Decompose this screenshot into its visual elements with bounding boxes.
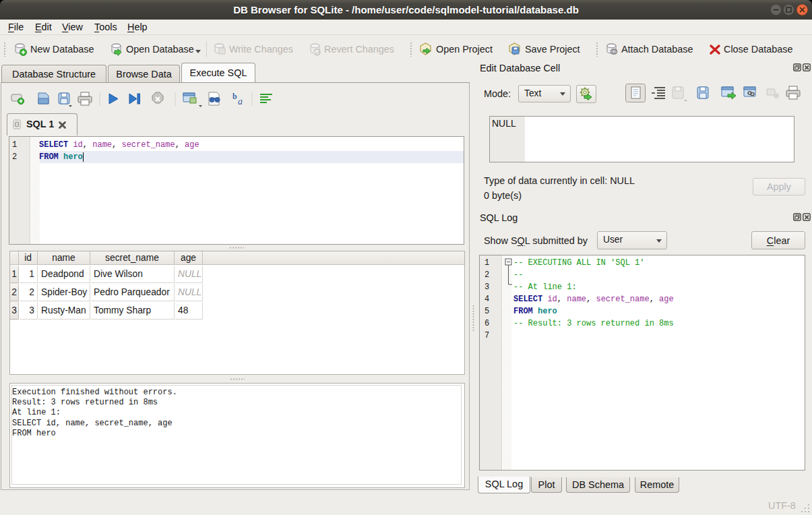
svg-text:b: b: [232, 92, 237, 101]
svg-text:a: a: [238, 96, 243, 107]
